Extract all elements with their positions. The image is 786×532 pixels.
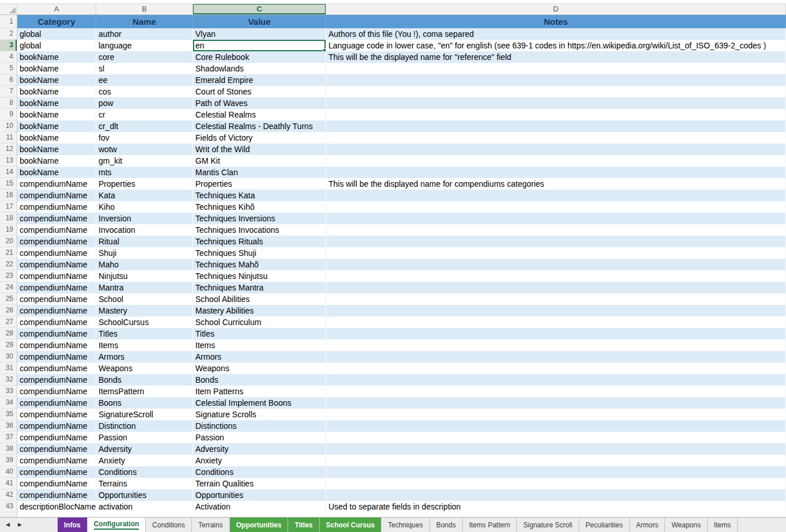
cell-A34[interactable]: compendiumName bbox=[17, 397, 96, 409]
row-header-20[interactable]: 20 bbox=[0, 236, 17, 247]
cell-D28[interactable] bbox=[326, 328, 786, 339]
row-header-15[interactable]: 15 bbox=[0, 178, 17, 190]
cell-B22[interactable]: Maho bbox=[96, 259, 193, 270]
empty-grid-area[interactable] bbox=[17, 512, 786, 517]
sheet-tab-conditions[interactable]: Conditions bbox=[146, 518, 192, 532]
row-header-9[interactable]: 9 bbox=[0, 109, 17, 120]
cell-B26[interactable]: Mastery bbox=[96, 305, 193, 316]
cell-C22[interactable]: Techniques Mahõ bbox=[193, 259, 326, 270]
cell-A23[interactable]: compendiumName bbox=[17, 270, 96, 282]
sheet-tab-school-cursus[interactable]: School Cursus bbox=[320, 518, 382, 532]
cell-B27[interactable]: SchoolCursus bbox=[96, 316, 193, 328]
cell-A17[interactable]: compendiumName bbox=[17, 201, 96, 213]
cell-D37[interactable] bbox=[326, 432, 786, 443]
cell-B33[interactable]: ItemsPattern bbox=[96, 386, 193, 397]
cell-A38[interactable]: compendiumName bbox=[17, 443, 96, 455]
cell-B23[interactable]: Ninjutsu bbox=[96, 270, 193, 282]
row-header-14[interactable]: 14 bbox=[0, 167, 17, 178]
cell-D14[interactable] bbox=[326, 167, 786, 178]
cell-B2[interactable]: author bbox=[96, 28, 193, 40]
cell-C28[interactable]: Titles bbox=[193, 328, 326, 339]
cell-C17[interactable]: Techniques Kihõ bbox=[193, 201, 326, 213]
cell-A1[interactable]: Category bbox=[17, 15, 96, 28]
cell-C19[interactable]: Techniques Invocations bbox=[193, 224, 326, 236]
cell-B5[interactable]: sl bbox=[96, 63, 193, 74]
cell-A6[interactable]: bookName bbox=[17, 74, 96, 86]
cell-B11[interactable]: fov bbox=[96, 132, 193, 144]
row-header-4[interactable]: 4 bbox=[0, 51, 17, 63]
cell-A29[interactable]: compendiumName bbox=[17, 339, 96, 351]
cell-C14[interactable]: Mantis Clan bbox=[193, 167, 326, 178]
row-header-12[interactable]: 12 bbox=[0, 144, 17, 155]
cell-D11[interactable] bbox=[326, 132, 786, 144]
row-header-39[interactable]: 39 bbox=[0, 455, 17, 466]
row-header-10[interactable]: 10 bbox=[0, 120, 17, 132]
cell-C38[interactable]: Adversity bbox=[193, 443, 326, 455]
cell-A32[interactable]: compendiumName bbox=[17, 374, 96, 386]
tab-scroll-right-button[interactable]: ▶ bbox=[18, 522, 22, 527]
cell-B1[interactable]: Name bbox=[96, 15, 193, 28]
cell-C32[interactable]: Bonds bbox=[193, 374, 326, 386]
cell-A22[interactable]: compendiumName bbox=[17, 259, 96, 270]
cell-B25[interactable]: School bbox=[96, 293, 193, 305]
cell-A8[interactable]: bookName bbox=[17, 97, 96, 109]
cell-B10[interactable]: cr_dlt bbox=[96, 120, 193, 132]
row-header-32[interactable]: 32 bbox=[0, 374, 17, 386]
row-header-21[interactable]: 21 bbox=[0, 247, 17, 259]
cell-D40[interactable] bbox=[326, 466, 786, 478]
cell-B39[interactable]: Anxiety bbox=[96, 455, 193, 466]
cell-D10[interactable] bbox=[326, 120, 786, 132]
row-header-19[interactable]: 19 bbox=[0, 224, 17, 236]
cell-D29[interactable] bbox=[326, 339, 786, 351]
cell-A37[interactable]: compendiumName bbox=[17, 432, 96, 443]
cell-C13[interactable]: GM Kit bbox=[193, 155, 326, 167]
cell-C24[interactable]: Techniques Mantra bbox=[193, 282, 326, 293]
cell-A39[interactable]: compendiumName bbox=[17, 455, 96, 466]
row-header-29[interactable]: 29 bbox=[0, 339, 17, 351]
cell-A21[interactable]: compendiumName bbox=[17, 247, 96, 259]
cell-C21[interactable]: Techniques Shuji bbox=[193, 247, 326, 259]
sheet-tab-items[interactable]: Items bbox=[708, 518, 738, 532]
cell-D7[interactable] bbox=[326, 86, 786, 97]
cell-A3[interactable]: global bbox=[17, 40, 96, 51]
sheet-tab-techniques[interactable]: Techniques bbox=[381, 518, 430, 532]
cell-B28[interactable]: Titles bbox=[96, 328, 193, 339]
cell-A7[interactable]: bookName bbox=[17, 86, 96, 97]
cell-C40[interactable]: Conditions bbox=[193, 466, 326, 478]
column-header-C[interactable]: C bbox=[193, 4, 326, 14]
sheet-tab-signature-scroll[interactable]: Signature Scroll bbox=[517, 518, 579, 532]
cell-D23[interactable] bbox=[326, 270, 786, 282]
cell-C29[interactable]: Items bbox=[193, 339, 326, 351]
cell-B12[interactable]: wotw bbox=[96, 144, 193, 155]
cell-C34[interactable]: Celestial Implement Boons bbox=[193, 397, 326, 409]
select-all-button[interactable] bbox=[0, 4, 17, 14]
row-header-11[interactable]: 11 bbox=[0, 132, 17, 144]
cell-C5[interactable]: Shadowlands bbox=[193, 63, 326, 74]
cell-D13[interactable] bbox=[326, 155, 786, 167]
cell-B17[interactable]: Kiho bbox=[96, 201, 193, 213]
cell-D21[interactable] bbox=[326, 247, 786, 259]
cell-A20[interactable]: compendiumName bbox=[17, 236, 96, 247]
cell-B43[interactable]: activation bbox=[96, 501, 193, 512]
cell-B14[interactable]: mts bbox=[96, 167, 193, 178]
row-header-2[interactable]: 2 bbox=[0, 28, 17, 40]
cell-C10[interactable]: Celestial Realms - Deathly Turns bbox=[193, 120, 326, 132]
cell-D36[interactable] bbox=[326, 420, 786, 432]
cell-C39[interactable]: Anxiety bbox=[193, 455, 326, 466]
cell-D25[interactable] bbox=[326, 293, 786, 305]
cell-C9[interactable]: Celestial Realms bbox=[193, 109, 326, 120]
cell-D34[interactable] bbox=[326, 397, 786, 409]
cell-C42[interactable]: Opportunities bbox=[193, 489, 326, 501]
cell-C15[interactable]: Properties bbox=[193, 178, 326, 190]
cell-C11[interactable]: Fields of Victory bbox=[193, 132, 326, 144]
cell-A15[interactable]: compendiumName bbox=[17, 178, 96, 190]
row-header-41[interactable]: 41 bbox=[0, 478, 17, 489]
cell-C12[interactable]: Writ of the Wild bbox=[193, 144, 326, 155]
row-header-33[interactable]: 33 bbox=[0, 386, 17, 397]
row-header-8[interactable]: 8 bbox=[0, 97, 17, 109]
cell-C2[interactable]: Vlyan bbox=[193, 28, 326, 40]
cell-B19[interactable]: Invocation bbox=[96, 224, 193, 236]
cell-C25[interactable]: School Abilities bbox=[193, 293, 326, 305]
cell-B6[interactable]: ee bbox=[96, 74, 193, 86]
cell-B24[interactable]: Mantra bbox=[96, 282, 193, 293]
